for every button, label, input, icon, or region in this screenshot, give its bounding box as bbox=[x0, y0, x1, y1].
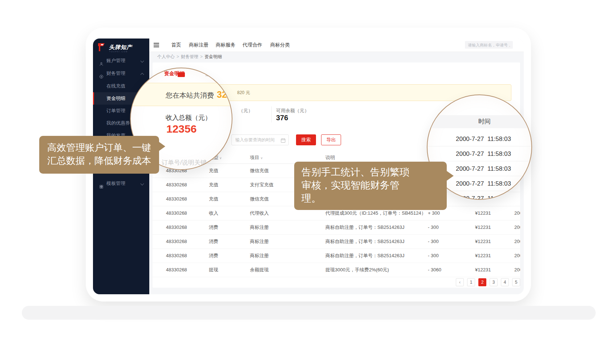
cell-time-clipped: 2000-7-27 bbox=[514, 248, 520, 263]
magnified-time-row: 2000-7-27 11:58:03 bbox=[427, 132, 531, 146]
sidebar-item-label: 订单管理 bbox=[106, 105, 125, 117]
cell-amount: - 300 bbox=[428, 234, 439, 248]
sidebar-item-1[interactable]: 财务管理 bbox=[93, 67, 149, 80]
cell-time-clipped: 2000-7-27 bbox=[514, 263, 520, 277]
cell-project: 微信充值 bbox=[250, 163, 269, 178]
keyword-input-ghost: 订单号/说明关键 bbox=[162, 158, 207, 167]
nav-item-1[interactable]: 商标注册 bbox=[189, 39, 208, 52]
magnified-time-row: 2000-7-27 11:58:03 bbox=[427, 146, 531, 161]
cell-type: 消费 bbox=[209, 220, 218, 234]
sort-caret-icon[interactable]: ∨ bbox=[260, 156, 263, 160]
cell-amount: - 300 bbox=[428, 248, 439, 263]
tooltip-right-line: 告别手工统计、告别繁琐 bbox=[301, 166, 447, 179]
nav-item-0[interactable]: 首页 bbox=[171, 39, 181, 52]
sort-caret-icon[interactable]: ∨ bbox=[219, 156, 222, 160]
chevron-up-icon bbox=[141, 73, 144, 77]
chevron-down-icon bbox=[141, 182, 144, 186]
active-indicator-bar bbox=[93, 92, 94, 105]
cell-balance: ¥12231 bbox=[475, 220, 491, 234]
nav-item-3[interactable]: 代理合作 bbox=[243, 39, 262, 52]
chevron-down-icon bbox=[141, 59, 144, 63]
table-row: 48330268消费商标注册商标自助注册，订单号：SB2514263J- 300… bbox=[153, 220, 520, 235]
column-header-label: 说明 bbox=[325, 155, 335, 160]
top-navbar: 首页商标注册商标服务代理合作商标分类 bbox=[149, 39, 524, 52]
magnified-banner: 您在本站共消费32124 bbox=[131, 83, 232, 106]
logo-icon bbox=[97, 43, 105, 53]
cell-order: 48330268 bbox=[166, 192, 187, 206]
cell-order: 48330268 bbox=[166, 220, 187, 234]
cell-project: 商标注册 bbox=[250, 248, 269, 263]
cell-order: 48330268 bbox=[166, 234, 187, 248]
pagination-page-4[interactable]: 4 bbox=[501, 278, 509, 286]
cell-order: 48330268 bbox=[166, 178, 187, 192]
user-icon bbox=[99, 58, 104, 63]
page: 头牌知产 TOUPAI.COM 账户管理财务管理在线充值资金明细订单管理我的优惠… bbox=[0, 0, 616, 364]
cell-type: 消费 bbox=[209, 234, 218, 248]
column-header-label: 项目 bbox=[250, 155, 259, 160]
sidebar-item-0[interactable]: 账户管理 bbox=[93, 54, 149, 67]
cell-order: 48330268 bbox=[166, 248, 187, 263]
breadcrumb-item-current: 资金明细 bbox=[204, 54, 222, 59]
tooltip-right-line: 理。 bbox=[301, 192, 447, 205]
pagination-page-1[interactable]: 1 bbox=[467, 278, 475, 286]
pagination-page-2[interactable]: 2 bbox=[478, 278, 486, 286]
search-button[interactable]: 搜索 bbox=[296, 134, 316, 145]
calendar-icon[interactable] bbox=[281, 138, 285, 144]
table-row: 48330268提现余额提现提现3000元，手续费2%(60元)- 3060¥1… bbox=[153, 263, 520, 277]
cell-type: 提现 bbox=[209, 263, 218, 277]
cell-order: 48330268 bbox=[166, 206, 187, 220]
sidebar-item-label: 资金明细 bbox=[106, 92, 125, 105]
pagination-prev-button[interactable]: ‹ bbox=[456, 278, 464, 286]
tooltip-right-line: 审核，实现智能财务管 bbox=[301, 179, 447, 192]
cell-type: 充值 bbox=[209, 163, 218, 178]
tooltip-right-arrow bbox=[446, 171, 454, 181]
expense-stat-label-fragment: （元） bbox=[239, 108, 253, 114]
export-button[interactable]: 导出 bbox=[321, 134, 341, 145]
cell-balance: ¥12231 bbox=[475, 206, 491, 220]
cell-desc: 提现3000元，手续费2%(60元) bbox=[325, 263, 389, 277]
tab-badge bbox=[178, 72, 185, 77]
laptop-base bbox=[22, 306, 596, 320]
balance-stat-label: 可用余额（元） bbox=[276, 108, 309, 114]
cell-type: 充值 bbox=[209, 178, 218, 192]
sidebar-item-label: 我的优惠券 bbox=[106, 117, 130, 129]
cell-type: 收入 bbox=[209, 206, 218, 220]
search-input[interactable] bbox=[465, 41, 513, 49]
nav-item-4[interactable]: 商标分类 bbox=[270, 39, 290, 52]
breadcrumb-separator: > bbox=[200, 54, 203, 59]
cell-project: 微信充值 bbox=[250, 192, 269, 206]
tooltip-left: 高效管理账户订单、一键 汇总数据，降低财务成本 bbox=[39, 136, 159, 174]
breadcrumb-separator: > bbox=[177, 54, 179, 59]
cell-time-clipped: 2000-7-27 bbox=[514, 220, 520, 234]
logo-title: 头牌知产 bbox=[109, 44, 132, 51]
tooltip-left-line: 汇总数据，降低财务成本 bbox=[47, 154, 159, 167]
sidebar-item-label: 在线充值 bbox=[106, 80, 125, 92]
breadcrumb-item-finance[interactable]: 财务管理 bbox=[181, 54, 198, 59]
cell-project: 商标注册 bbox=[250, 234, 269, 248]
tooltip-left-line: 高效管理账户订单、一键 bbox=[47, 141, 159, 154]
sidebar-item-7[interactable]: 模板管理 bbox=[93, 177, 149, 190]
cell-order: 48330268 bbox=[166, 263, 187, 277]
column-header-1[interactable]: 项目∨ bbox=[250, 152, 263, 164]
nav-item-2[interactable]: 商标服务 bbox=[216, 39, 235, 52]
pagination-page-5[interactable]: 5 bbox=[512, 278, 520, 286]
cell-desc: 商标自助注册，订单号：SB2514263J bbox=[325, 220, 404, 234]
hamburger-icon[interactable] bbox=[154, 43, 159, 47]
template-icon bbox=[99, 181, 104, 186]
cell-project: 代理收入 bbox=[250, 206, 269, 220]
sidebar-item-label: 账户管理 bbox=[106, 54, 125, 67]
cell-project: 支付宝充值 bbox=[250, 178, 273, 192]
time-header-label: 时间 bbox=[478, 118, 491, 125]
cell-project: 商标注册 bbox=[250, 220, 269, 234]
stats-divider bbox=[271, 106, 272, 122]
banner-prefix: 您在本站共消费 bbox=[166, 92, 214, 99]
logo[interactable]: 头牌知产 TOUPAI.COM bbox=[97, 41, 147, 54]
cell-amount: - 3060 bbox=[428, 263, 441, 277]
breadcrumb-item-home[interactable]: 个人中心 bbox=[157, 54, 175, 59]
date-filter bbox=[231, 134, 289, 145]
date-input[interactable] bbox=[232, 135, 286, 145]
finance-icon bbox=[99, 71, 104, 76]
pagination-page-3[interactable]: 3 bbox=[490, 278, 498, 286]
table-row: 48330268消费商标注册商标自助注册，订单号：SB2514263J- 300… bbox=[153, 234, 520, 249]
cell-desc: 商标自助注册，订单号：SB2514263J bbox=[325, 234, 404, 248]
